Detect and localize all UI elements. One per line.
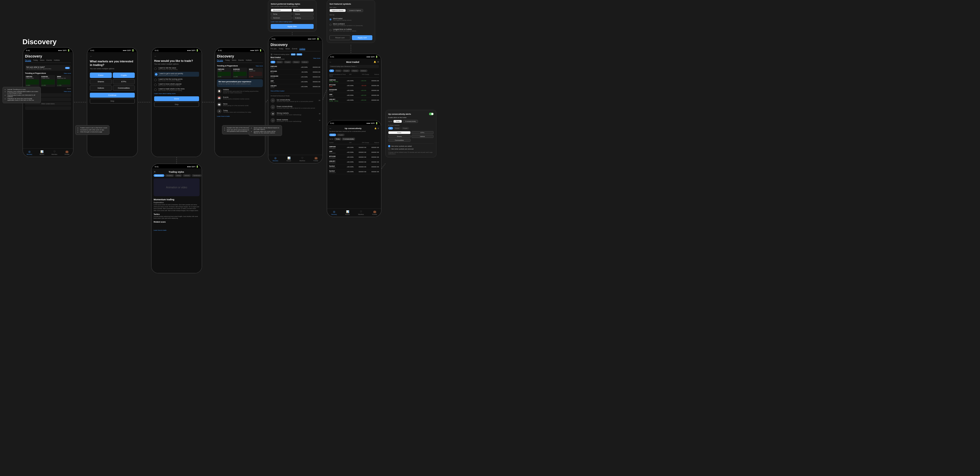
alert-chip-all[interactable]: All: [388, 127, 393, 129]
tab-today-6[interactable]: Today: [279, 48, 283, 50]
tab-hotlists-1[interactable]: Hotlists: [54, 59, 60, 62]
learn-btn-5[interactable]: Learn how to trade: [217, 115, 263, 117]
nav-portfolio-6[interactable]: 💼 Portfolio: [313, 157, 318, 161]
learn-btn-4[interactable]: Learn how to trade: [154, 230, 200, 231]
hotlist-up-6[interactable]: ↑ Up consecutively Symbols that have mov…: [270, 98, 320, 103]
nav-discovery-8[interactable]: ◎ Discovery: [331, 210, 337, 215]
view-more-5[interactable]: View more: [256, 65, 263, 67]
option-3[interactable]: I want to find the turning points Also k…: [154, 78, 199, 81]
hotlist-down-6[interactable]: ↓ Down consecutively Symbols that have m…: [270, 105, 320, 109]
gear-icon-8[interactable]: ⚙: [377, 128, 379, 129]
tab-today-5[interactable]: Today: [225, 59, 230, 62]
mt-row-xrp-7[interactable]: XRPOverall +XX.XX% +XX.XX XXXXX.XX: [329, 93, 379, 98]
option-1[interactable]: I want to ride the wave Also known as sw…: [154, 67, 199, 70]
go-button[interactable]: Go: [65, 67, 70, 69]
today-item-5[interactable]: ☀ Today The best news and commentary for…: [217, 109, 263, 113]
done-btn[interactable]: Done: [154, 96, 199, 101]
mt-row-doge-7[interactable]: DOGEUSDOverall +XX.XX% +XX.XX XXXXX.XX: [329, 88, 379, 93]
chip-crypto-8[interactable]: Crypto: [337, 134, 345, 136]
mt-row-doge-6[interactable]: DOGEUSDOverall +XX.XX% XXXXX.XX: [270, 75, 320, 80]
mt-row-sym2-8[interactable]: SymbolDescription +XX.XX% XXXXX XX XXXXX…: [329, 169, 379, 174]
ms-indices[interactable]: Indices: [411, 135, 434, 138]
option-5[interactable]: I want to trade what's in the news Also …: [154, 88, 199, 91]
events-item-5[interactable]: 📅 Events All the poorly scheduled market…: [217, 96, 263, 100]
chip-indices-6[interactable]: Indices: [301, 61, 309, 63]
tab-hotlists-6[interactable]: Hotlists: [299, 48, 305, 50]
mt-row-btcusd-8[interactable]: BTCUSDDescription +XX.XX% XXXXX XX XXXXX…: [329, 155, 379, 160]
alert-chip-forex[interactable]: Forex: [394, 127, 401, 129]
tab-foryou-5[interactable]: For you: [217, 59, 223, 62]
back-btn-8[interactable]: ←: [329, 127, 332, 130]
tab-news-6[interactable]: News: [285, 48, 290, 50]
sort-longest-time[interactable]: Longest time on hotlists Symbols that ha…: [329, 27, 372, 33]
gear-icon-7[interactable]: ⚙: [377, 61, 379, 63]
alerts-toggle[interactable]: [429, 113, 434, 115]
mt-row-gbpusd-6[interactable]: GBPUSDUp-Bar +XX.XX% XXXXX.XX: [270, 65, 320, 70]
tab-news-5[interactable]: News: [232, 59, 236, 62]
mkt-indices[interactable]: Indices: [90, 85, 112, 91]
nav-markets-6[interactable]: 📊 Markets: [286, 157, 291, 161]
chip-forex-8[interactable]: Forex: [329, 134, 336, 136]
tab-foryou-6[interactable]: For you: [270, 48, 277, 50]
mt-row-usdjpy-8[interactable]: USDJPYDescription +XX.XX% XXXXX XX XXXXX…: [329, 160, 379, 165]
nav-portfolio-1[interactable]: 💼 Portfolio: [65, 150, 69, 155]
reset-sort-btn[interactable]: Reset sort: [329, 35, 350, 40]
sort-most-confident[interactable]: Most confident The most confluent symbol…: [329, 22, 372, 27]
chip-swing[interactable]: Swing: [175, 174, 182, 177]
sym-eurusd-1[interactable]: EURUSD 1.0908 +0.9% +0.13%: [41, 75, 55, 87]
checkbox-added[interactable]: [388, 145, 390, 147]
apply-sort-btn[interactable]: Apply sort: [352, 35, 372, 40]
tab-hotlists-5[interactable]: Hotlists: [246, 59, 251, 62]
mt-row-sym1-8[interactable]: SymbolDescription +XX.XX% XXXXX XX XXXXX…: [329, 165, 379, 169]
mt-row-gbpusd-7[interactable]: GBPUSDUp-Bar Strong +XX.XX% +XX.XX XXXXX…: [329, 78, 379, 83]
tab-events-1[interactable]: Events: [46, 59, 52, 62]
sort-lowest[interactable]: Lowest to highest: [347, 9, 363, 12]
filter-trends[interactable]: Trends: [293, 9, 314, 12]
nav-markets-1[interactable]: 📊 Markets: [40, 150, 44, 155]
back-btn-7[interactable]: ←: [329, 61, 332, 63]
view-more-trending[interactable]: View more: [64, 73, 71, 74]
nav-portfolio-8[interactable]: 💼 Portfolio: [372, 210, 377, 215]
close-btn-4[interactable]: ✕: [154, 171, 156, 173]
chip-crypto-6[interactable]: Crypto: [284, 61, 291, 63]
filter-scalping[interactable]: Scalping: [293, 16, 314, 19]
up-for-consec[interactable]: 3 consecutively: [403, 120, 418, 123]
mt-row-usdjpy-6[interactable]: USDJPYUp-Bar +XX.XX% XXXXX.XX: [270, 84, 320, 89]
nav-discovery-6[interactable]: ◎ Discovery: [272, 157, 278, 161]
tab-news-1[interactable]: News: [40, 59, 45, 62]
ms-shares[interactable]: Shares: [388, 135, 410, 138]
chip-all-6[interactable]: All: [270, 61, 275, 63]
news-item-5[interactable]: 📰 News News going on in the economic wor…: [217, 102, 263, 107]
filter-volume[interactable]: Volume: [293, 13, 314, 16]
filter-sentiment[interactable]: Sentiment: [271, 16, 292, 19]
chip-volume[interactable]: Volume: [183, 174, 191, 177]
skip-btn-3[interactable]: Skip: [154, 102, 199, 107]
mt-row-xrp-8[interactable]: XRPDescription +XX.XX% XXXXX XX XXXXX XX: [329, 150, 379, 155]
option-4[interactable]: I want to know what's popular Also known…: [154, 83, 199, 86]
chip-scalping[interactable]: Scalping: [165, 174, 174, 177]
tab-events-5[interactable]: Events: [239, 59, 244, 62]
sym-gbpusd-1[interactable]: GBPUSD 1.0908 +0.9% +0.49%: [25, 75, 40, 87]
chip-crypto-7[interactable]: Crypto: [342, 70, 350, 72]
mt-row-xrp-6[interactable]: XRPUp-Bar +XX.XX% XXXXX.XX: [270, 80, 320, 84]
mkt-crypto[interactable]: Crypto: [113, 73, 135, 78]
sym-bmhi-1[interactable]: BMHI Superfirme Info +1.13%: [56, 75, 71, 87]
chip-momentum[interactable]: Momentum: [154, 174, 164, 177]
nav-watchlists-1[interactable]: ♡ Watchlists: [52, 150, 57, 155]
hotlist-weak-6[interactable]: ↓ Weak markets Description of the scan m…: [270, 118, 320, 123]
sym-bmhi-5[interactable]: BMHI Superfirme +1.13%: [248, 68, 263, 78]
sort-highest[interactable]: Highest to lowest: [329, 9, 346, 12]
learn-link-3[interactable]: Learn more about trading styles: [154, 93, 199, 94]
tab-today-1[interactable]: Today: [33, 59, 38, 62]
view-more-news[interactable]: View more: [64, 91, 71, 92]
up-for-today[interactable]: Today: [393, 120, 402, 123]
continue-btn[interactable]: Continue: [90, 93, 135, 97]
filter-swing[interactable]: Swing: [271, 13, 292, 16]
sort-most-traded[interactable]: Most traded The highest trading volume: [329, 17, 372, 22]
ms-etfs[interactable]: ETFs: [411, 131, 434, 134]
alert-chip-crypto[interactable]: Crypto: [401, 127, 409, 129]
hotlists-item-5[interactable]: 📋 Hotlists Automatically generated lists…: [217, 89, 263, 94]
bell-icon-7[interactable]: 🔔: [374, 61, 376, 63]
mt-row-usdjpy-7[interactable]: USDJPYUp-Bar Strong +XX.XX% +XX.XX XXXXX…: [329, 98, 379, 103]
chip-all-7[interactable]: All: [329, 70, 334, 72]
